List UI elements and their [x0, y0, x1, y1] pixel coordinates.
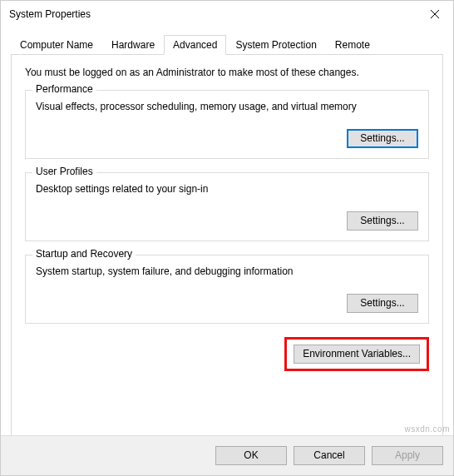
- content-area: Computer Name Hardware Advanced System P…: [1, 27, 453, 439]
- tab-remote[interactable]: Remote: [326, 35, 379, 55]
- tab-system-protection[interactable]: System Protection: [226, 35, 325, 55]
- dialog-footer: OK Cancel Apply: [1, 435, 453, 475]
- env-vars-highlight: Environment Variables...: [284, 337, 429, 371]
- close-button[interactable]: [416, 2, 453, 27]
- window-title: System Properties: [9, 8, 416, 20]
- tab-computer-name[interactable]: Computer Name: [11, 35, 102, 55]
- startup-recovery-settings-button[interactable]: Settings...: [347, 294, 418, 313]
- tab-hardware[interactable]: Hardware: [102, 35, 164, 55]
- apply-button[interactable]: Apply: [372, 446, 443, 465]
- titlebar: System Properties: [1, 1, 453, 27]
- cancel-button[interactable]: Cancel: [294, 446, 365, 465]
- tab-strip: Computer Name Hardware Advanced System P…: [11, 34, 443, 54]
- ok-button[interactable]: OK: [215, 446, 287, 465]
- advanced-panel: You must be logged on as an Administrato…: [11, 54, 443, 439]
- performance-button-row: Settings...: [36, 129, 418, 148]
- user-profiles-group: User Profiles Desktop settings related t…: [25, 172, 429, 241]
- tab-advanced[interactable]: Advanced: [164, 35, 226, 55]
- startup-recovery-group: Startup and Recovery System startup, sys…: [25, 255, 429, 324]
- close-icon: [431, 10, 439, 18]
- env-vars-row: Environment Variables...: [25, 337, 429, 371]
- user-profiles-group-desc: Desktop settings related to your sign-in: [36, 183, 418, 195]
- system-properties-window: System Properties Computer Name Hardware…: [0, 0, 454, 476]
- startup-recovery-group-desc: System startup, system failure, and debu…: [36, 265, 418, 277]
- user-profiles-settings-button[interactable]: Settings...: [347, 211, 418, 231]
- environment-variables-button[interactable]: Environment Variables...: [294, 345, 420, 364]
- startup-recovery-group-title: Startup and Recovery: [32, 248, 136, 260]
- performance-group: Performance Visual effects, processor sc…: [25, 90, 429, 159]
- watermark: wsxdn.com: [404, 424, 450, 434]
- user-profiles-group-title: User Profiles: [32, 166, 96, 177]
- user-profiles-button-row: Settings...: [36, 211, 418, 231]
- performance-group-title: Performance: [32, 83, 96, 95]
- startup-recovery-button-row: Settings...: [36, 294, 418, 313]
- performance-settings-button[interactable]: Settings...: [347, 129, 418, 148]
- performance-group-desc: Visual effects, processor scheduling, me…: [36, 101, 418, 112]
- admin-note: You must be logged on as an Administrato…: [25, 67, 429, 78]
